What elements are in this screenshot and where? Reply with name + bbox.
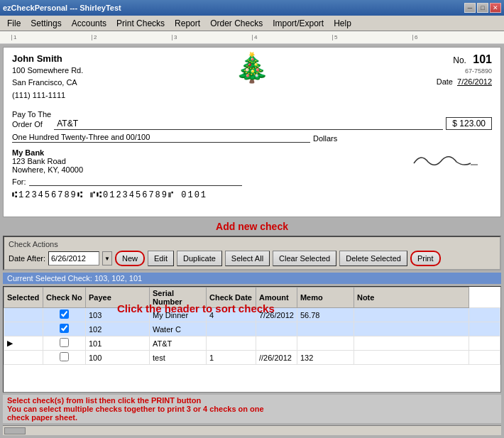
payee-line: AT&T [54, 119, 443, 130]
table-cell-note [469, 308, 500, 322]
title-controls: ─ □ ✕ [464, 3, 501, 13]
table-cell-amount: 132 [297, 351, 354, 365]
menu-file[interactable]: File [3, 16, 25, 31]
table-cell-amount: 56.78 [297, 308, 354, 322]
table-cell-payee: AT&T [150, 336, 207, 351]
row-checkbox[interactable] [60, 352, 69, 361]
table-row: 100test1//26/2012132 [4, 351, 500, 365]
pay-to-label: Pay To The Order Of [12, 109, 51, 130]
menu-settings[interactable]: Settings [26, 16, 65, 31]
dollars-label: Dollars [313, 134, 337, 143]
minimize-button[interactable]: ─ [464, 3, 476, 13]
bank-address-2: Nowhere, KY, 40000 [12, 165, 83, 174]
check-payer-name: John Smith [12, 53, 83, 64]
date-after-input[interactable] [48, 251, 99, 265]
menu-accounts[interactable]: Accounts [67, 16, 111, 31]
ruler-mark-6: 6 [412, 35, 493, 40]
menu-help[interactable]: Help [329, 16, 356, 31]
row-checkbox[interactable] [60, 338, 69, 347]
check-address-2: San Francisco, CA [12, 77, 83, 88]
table-cell-memo [354, 351, 469, 365]
table-cell-date: //26/2012 [256, 351, 297, 365]
check-table-container: Selected Check No Payee Serial Number Ch… [3, 286, 501, 393]
table-cell-amount [297, 322, 354, 336]
amount-box: $ 123.00 [446, 117, 492, 130]
table-cell-note [469, 336, 500, 351]
check-date-row: Date 7/26/2012 [437, 77, 492, 86]
bank-name: My Bank [12, 148, 83, 157]
row-checkbox[interactable] [60, 324, 69, 333]
table-cell-payee: Water C [150, 322, 207, 336]
bank-address-1: 123 Bank Road [12, 157, 83, 165]
row-checkbox[interactable] [60, 310, 69, 319]
current-selected-bar: Current Selected Check: 103, 102, 101 [3, 273, 501, 284]
new-button[interactable]: New [115, 251, 145, 266]
select-all-button[interactable]: Select All [225, 251, 270, 266]
col-note[interactable]: Note [354, 288, 469, 308]
col-memo[interactable]: Memo [297, 288, 354, 308]
sort-annotation: Click the header to sort checks [117, 302, 275, 314]
table-cell-checkNo: 102 [86, 322, 150, 336]
micr-line: ⑆123456789⑆ ⑈⑆0123456789⑈ 0101 [12, 190, 492, 200]
table-row: 102Water C [4, 322, 500, 336]
table-cell-serial: 1 [207, 351, 256, 365]
date-dropdown-arrow[interactable]: ▼ [102, 251, 112, 265]
check-phone: (111) 111-1111 [12, 90, 83, 101]
print-button[interactable]: Print [410, 251, 441, 266]
written-amount: One Hundred Twenty-Three and 00/100 [12, 133, 310, 143]
table-cell-memo [354, 308, 469, 322]
horizontal-scrollbar[interactable] [3, 425, 501, 435]
add-new-check-text: Add new check [216, 221, 288, 232]
date-after-label: Date After: [9, 254, 45, 263]
add-new-check-annotation: Add new check [3, 221, 501, 232]
ruler-mark-1: 1 [11, 35, 92, 40]
no-label: No. [453, 55, 466, 65]
table-cell-note [469, 351, 500, 365]
ruler-mark-2: 2 [92, 35, 172, 40]
maximize-button[interactable]: □ [477, 3, 488, 13]
table-cell-memo [354, 322, 469, 336]
table-cell-amount [297, 336, 354, 351]
for-label: For: [12, 177, 26, 186]
col-selected[interactable]: Selected [4, 288, 43, 308]
check-routing: 67-75890 [437, 67, 492, 75]
menu-import-export[interactable]: Import/Export [268, 16, 328, 31]
table-cell-serial [207, 322, 256, 336]
table-cell-memo [354, 336, 469, 351]
col-checkno[interactable]: Check No [43, 288, 86, 308]
ruler: 1 2 3 4 5 6 [0, 31, 504, 44]
menu-order-checks[interactable]: Order Checks [206, 16, 267, 31]
check-address-1: 100 Somewhere Rd. [12, 65, 83, 76]
check-number: 101 [473, 53, 492, 65]
table-cell-date [256, 336, 297, 351]
table-cell-payee: test [150, 351, 207, 365]
edit-button[interactable]: Edit [148, 251, 174, 266]
print-instruction-3: check paper sheet. [7, 413, 497, 422]
ruler-mark-4: 4 [252, 35, 332, 40]
table-cell-checkNo: 100 [86, 351, 150, 365]
print-instruction-1: Select check(s) from list then click the… [7, 396, 497, 405]
check-display: 🎄 John Smith 100 Somewhere Rd. San Franc… [3, 47, 501, 217]
scroll-thumb[interactable] [4, 427, 26, 434]
delete-selected-button[interactable]: Delete Selected [339, 251, 407, 266]
clear-selected-button[interactable]: Clear Selected [273, 251, 336, 266]
check-actions-title: Check Actions [9, 240, 495, 248]
duplicate-button[interactable]: Duplicate [177, 251, 222, 266]
title-bar: ezCheckPersonal --- ShirleyTest ─ □ ✕ [0, 0, 504, 16]
title-text: ezCheckPersonal --- ShirleyTest [3, 4, 121, 12]
close-button[interactable]: ✕ [490, 3, 501, 13]
print-instruction-2: You can select multiple checks together … [7, 405, 497, 413]
current-selected-text: Current Selected Check: 103, 102, 101 [7, 274, 142, 283]
table-cell-date [256, 322, 297, 336]
check-number-row: No. 101 [437, 53, 492, 66]
table-cell-note [469, 322, 500, 336]
check-actions-panel: Check Actions Date After: ▼ New Edit Dup… [3, 236, 501, 270]
ruler-mark-5: 5 [332, 35, 412, 40]
signature-area [407, 149, 478, 174]
menu-print-checks[interactable]: Print Checks [112, 16, 169, 31]
menu-bar: File Settings Accounts Print Checks Repo… [0, 16, 504, 31]
table-row: ▶101AT&T [4, 336, 500, 351]
menu-report[interactable]: Report [170, 16, 204, 31]
bottom-annotation: Select check(s) from list then click the… [3, 395, 501, 423]
table-cell-checkNo: 101 [86, 336, 150, 351]
